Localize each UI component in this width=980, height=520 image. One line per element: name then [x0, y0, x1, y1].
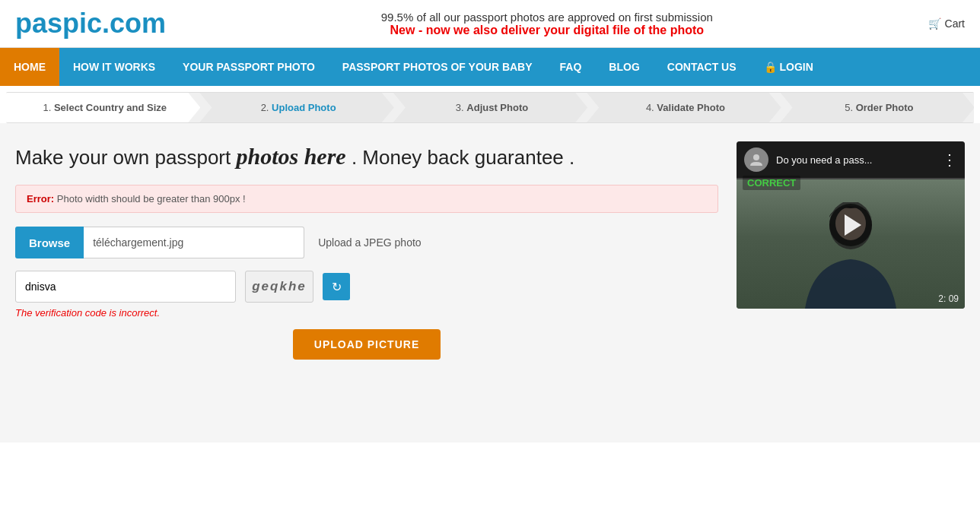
video-title: Do you need a pass... — [776, 154, 934, 166]
nav-how-it-works[interactable]: HOW IT WORKS — [59, 48, 169, 86]
file-input-display: téléchargement.jpg — [84, 227, 304, 258]
step-3-num: 3. — [456, 102, 464, 113]
step-1-num: 1. — [43, 102, 51, 113]
upload-picture-button[interactable]: UPLOAD PICTURE — [293, 329, 441, 360]
cart-icon: 🛒 — [928, 17, 941, 30]
step-3[interactable]: 3. Adjust Photo — [393, 93, 587, 122]
captcha-error: The verification code is incorrect. — [15, 307, 718, 319]
video-play-button[interactable] — [829, 204, 872, 246]
refresh-icon: ↻ — [332, 280, 342, 294]
headline-cursive: photos here — [236, 144, 345, 169]
step-1-label: Select Country and Size — [54, 102, 167, 113]
right-column: Do you need a pass... ⋮ CORRECT 2: 09 — [737, 141, 965, 360]
file-upload-row: Browse téléchargement.jpg Upload a JPEG … — [15, 227, 718, 258]
step-4-label: Validate Photo — [657, 102, 725, 113]
video-avatar — [744, 147, 768, 172]
captcha-image: geqkhe — [245, 271, 313, 303]
nav-blog[interactable]: BLOG — [595, 48, 653, 86]
captcha-row: geqkhe ↻ — [15, 271, 718, 303]
nav-contact-us[interactable]: CONTACT US — [654, 48, 750, 86]
error-label: Error: — [27, 193, 54, 205]
captcha-text: geqkhe — [252, 279, 307, 294]
nav-passport-photos-baby[interactable]: PASSPORT PHOTOS OF YOUR BABY — [329, 48, 546, 86]
upload-label: Upload a JPEG photo — [318, 236, 421, 249]
step-4-num: 4. — [646, 102, 654, 113]
step-4[interactable]: 4. Validate Photo — [587, 93, 781, 122]
main-nav: HOME HOW IT WORKS YOUR PASSPORT PHOTO PA… — [0, 48, 980, 86]
step-5[interactable]: 5. Order Photo — [781, 93, 974, 122]
nav-your-passport-photo[interactable]: YOUR PASSPORT PHOTO — [169, 48, 329, 86]
lock-icon: 🔒 — [764, 61, 777, 73]
page-headline: Make your own passport photos here . Mon… — [15, 141, 718, 171]
cart-label: Cart — [945, 17, 965, 30]
login-label: LOGIN — [780, 61, 813, 73]
error-message: Photo width should be greater than 900px… — [57, 193, 246, 205]
step-5-label: Order Photo — [856, 102, 914, 113]
captcha-refresh-button[interactable]: ↻ — [323, 273, 350, 300]
content-row: Make your own passport photos here . Mon… — [15, 141, 965, 360]
video-correct-label: CORRECT — [743, 176, 800, 190]
nav-faq[interactable]: FAQ — [546, 48, 596, 86]
step-3-label: Adjust Photo — [466, 102, 528, 113]
header: paspic.com 99.5% of all our passport pho… — [0, 0, 980, 48]
video-container[interactable]: Do you need a pass... ⋮ CORRECT 2: 09 — [737, 141, 965, 309]
nav-home[interactable]: HOME — [0, 48, 59, 86]
step-2-num: 2. — [261, 102, 269, 113]
nav-login[interactable]: 🔒 LOGIN — [750, 48, 827, 86]
left-column: Make your own passport photos here . Mon… — [15, 141, 718, 360]
headline-suffix: . Money back guarantee . — [346, 146, 575, 169]
progress-steps: 1. Select Country and Size 2. Upload Pho… — [6, 92, 974, 123]
error-box: Error: Photo width should be greater tha… — [15, 185, 718, 213]
play-icon — [845, 214, 861, 236]
site-logo[interactable]: paspic.com — [15, 8, 166, 40]
step-5-num: 5. — [845, 102, 853, 113]
new-offer-text: New - now we also deliver your digital f… — [381, 24, 713, 37]
captcha-input[interactable] — [15, 271, 236, 303]
step-1[interactable]: 1. Select Country and Size — [6, 93, 200, 122]
approval-text: 99.5% of all our passport photos are app… — [381, 11, 713, 24]
video-time: 2: 09 — [938, 293, 959, 304]
browse-button[interactable]: Browse — [15, 227, 84, 258]
video-header: Do you need a pass... ⋮ — [737, 141, 965, 178]
video-more-icon[interactable]: ⋮ — [942, 151, 957, 169]
headline-prefix: Make your own passport — [15, 146, 236, 169]
cart-button[interactable]: 🛒 Cart — [928, 17, 965, 30]
svg-point-0 — [753, 154, 759, 160]
header-taglines: 99.5% of all our passport photos are app… — [381, 11, 713, 37]
step-2[interactable]: 2. Upload Photo — [199, 93, 393, 122]
main-content: Make your own passport photos here . Mon… — [0, 123, 980, 442]
step-2-link[interactable]: Upload Photo — [272, 102, 336, 113]
